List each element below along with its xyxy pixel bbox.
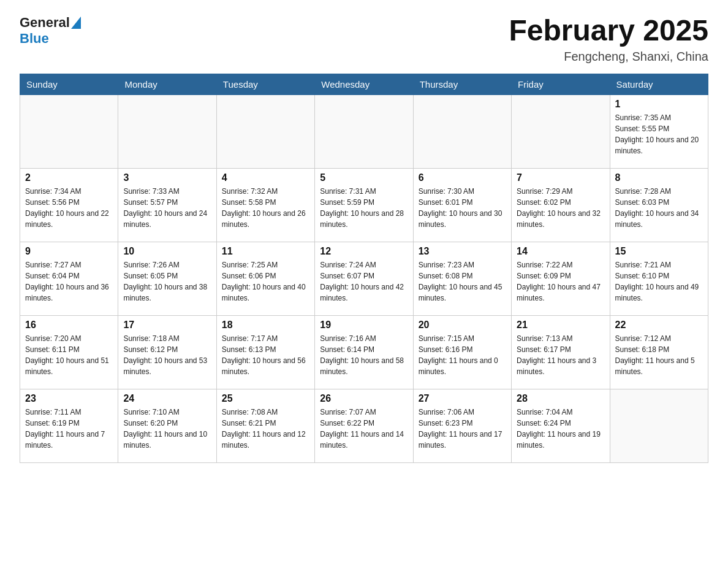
day-info: Sunrise: 7:11 AMSunset: 6:19 PMDaylight:…: [25, 407, 113, 451]
day-number: 6: [419, 172, 506, 183]
week-row-3: 9Sunrise: 7:27 AMSunset: 6:04 PMDaylight…: [20, 242, 708, 315]
day-number: 15: [615, 246, 703, 257]
day-number: 16: [25, 320, 113, 331]
day-info: Sunrise: 7:07 AMSunset: 6:22 PMDaylight:…: [320, 407, 408, 451]
day-number: 24: [123, 393, 211, 404]
day-number: 25: [222, 393, 309, 404]
calendar-cell: 1Sunrise: 7:35 AMSunset: 5:55 PMDaylight…: [610, 94, 708, 168]
calendar-table: SundayMondayTuesdayWednesdayThursdayFrid…: [20, 74, 708, 463]
calendar-cell: 2Sunrise: 7:34 AMSunset: 5:56 PMDaylight…: [20, 168, 118, 242]
day-number: 2: [25, 172, 113, 183]
calendar-header-row: SundayMondayTuesdayWednesdayThursdayFrid…: [20, 74, 708, 94]
day-info: Sunrise: 7:31 AMSunset: 5:59 PMDaylight:…: [320, 186, 408, 230]
calendar-cell: 15Sunrise: 7:21 AMSunset: 6:10 PMDayligh…: [610, 242, 708, 315]
calendar-cell: 14Sunrise: 7:22 AMSunset: 6:09 PMDayligh…: [512, 242, 610, 315]
day-info: Sunrise: 7:17 AMSunset: 6:13 PMDaylight:…: [222, 333, 309, 377]
day-number: 11: [222, 246, 309, 257]
calendar-cell: 20Sunrise: 7:15 AMSunset: 6:16 PMDayligh…: [413, 315, 511, 389]
day-info: Sunrise: 7:10 AMSunset: 6:20 PMDaylight:…: [123, 407, 211, 451]
calendar-cell: 11Sunrise: 7:25 AMSunset: 6:06 PMDayligh…: [216, 242, 314, 315]
calendar-cell: 23Sunrise: 7:11 AMSunset: 6:19 PMDayligh…: [20, 389, 118, 462]
day-info: Sunrise: 7:15 AMSunset: 6:16 PMDaylight:…: [419, 333, 506, 377]
week-row-5: 23Sunrise: 7:11 AMSunset: 6:19 PMDayligh…: [20, 389, 708, 462]
day-number: 13: [419, 246, 506, 257]
day-number: 3: [123, 172, 211, 183]
day-info: Sunrise: 7:32 AMSunset: 5:58 PMDaylight:…: [222, 186, 309, 230]
day-number: 8: [615, 172, 703, 183]
day-number: 22: [615, 320, 703, 331]
week-row-4: 16Sunrise: 7:20 AMSunset: 6:11 PMDayligh…: [20, 315, 708, 389]
weekday-header-wednesday: Wednesday: [315, 74, 413, 94]
calendar-cell: 10Sunrise: 7:26 AMSunset: 6:05 PMDayligh…: [118, 242, 216, 315]
day-info: Sunrise: 7:33 AMSunset: 5:57 PMDaylight:…: [123, 186, 211, 230]
calendar-cell: 4Sunrise: 7:32 AMSunset: 5:58 PMDaylight…: [216, 168, 314, 242]
day-info: Sunrise: 7:28 AMSunset: 6:03 PMDaylight:…: [615, 186, 703, 230]
day-info: Sunrise: 7:29 AMSunset: 6:02 PMDaylight:…: [517, 186, 604, 230]
day-info: Sunrise: 7:26 AMSunset: 6:05 PMDaylight:…: [123, 259, 211, 304]
calendar-cell: 24Sunrise: 7:10 AMSunset: 6:20 PMDayligh…: [118, 389, 216, 462]
calendar-cell: [610, 389, 708, 462]
calendar-cell: 25Sunrise: 7:08 AMSunset: 6:21 PMDayligh…: [216, 389, 314, 462]
calendar-cell: 27Sunrise: 7:06 AMSunset: 6:23 PMDayligh…: [413, 389, 511, 462]
week-row-2: 2Sunrise: 7:34 AMSunset: 5:56 PMDaylight…: [20, 168, 708, 242]
calendar-cell: 5Sunrise: 7:31 AMSunset: 5:59 PMDaylight…: [315, 168, 413, 242]
day-info: Sunrise: 7:24 AMSunset: 6:07 PMDaylight:…: [320, 259, 408, 304]
day-info: Sunrise: 7:30 AMSunset: 6:01 PMDaylight:…: [419, 186, 506, 230]
logo: General Blue: [20, 15, 81, 47]
day-number: 5: [320, 172, 408, 183]
calendar-cell: 3Sunrise: 7:33 AMSunset: 5:57 PMDaylight…: [118, 168, 216, 242]
day-number: 20: [419, 320, 506, 331]
calendar-cell: 13Sunrise: 7:23 AMSunset: 6:08 PMDayligh…: [413, 242, 511, 315]
day-info: Sunrise: 7:34 AMSunset: 5:56 PMDaylight:…: [25, 186, 113, 230]
day-number: 12: [320, 246, 408, 257]
day-info: Sunrise: 7:21 AMSunset: 6:10 PMDaylight:…: [615, 259, 703, 304]
calendar-cell: 17Sunrise: 7:18 AMSunset: 6:12 PMDayligh…: [118, 315, 216, 389]
day-info: Sunrise: 7:23 AMSunset: 6:08 PMDaylight:…: [419, 259, 506, 304]
day-number: 21: [517, 320, 604, 331]
day-number: 7: [517, 172, 604, 183]
day-number: 19: [320, 320, 408, 331]
calendar-cell: 26Sunrise: 7:07 AMSunset: 6:22 PMDayligh…: [315, 389, 413, 462]
day-info: Sunrise: 7:12 AMSunset: 6:18 PMDaylight:…: [615, 333, 703, 377]
day-number: 4: [222, 172, 309, 183]
day-number: 9: [25, 246, 113, 257]
day-number: 23: [25, 393, 113, 404]
weekday-header-monday: Monday: [118, 74, 216, 94]
day-number: 18: [222, 320, 309, 331]
logo-blue-text: Blue: [20, 31, 49, 47]
calendar-cell: 21Sunrise: 7:13 AMSunset: 6:17 PMDayligh…: [512, 315, 610, 389]
weekday-header-saturday: Saturday: [610, 74, 708, 94]
calendar-cell: [315, 94, 413, 168]
day-number: 1: [615, 99, 703, 110]
page-header: General Blue February 2025 Fengcheng, Sh…: [20, 15, 708, 64]
weekday-header-sunday: Sunday: [20, 74, 118, 94]
day-info: Sunrise: 7:22 AMSunset: 6:09 PMDaylight:…: [517, 259, 604, 304]
day-info: Sunrise: 7:18 AMSunset: 6:12 PMDaylight:…: [123, 333, 211, 377]
day-info: Sunrise: 7:16 AMSunset: 6:14 PMDaylight:…: [320, 333, 408, 377]
calendar-cell: 19Sunrise: 7:16 AMSunset: 6:14 PMDayligh…: [315, 315, 413, 389]
calendar-cell: 9Sunrise: 7:27 AMSunset: 6:04 PMDaylight…: [20, 242, 118, 315]
day-info: Sunrise: 7:25 AMSunset: 6:06 PMDaylight:…: [222, 259, 309, 304]
day-number: 10: [123, 246, 211, 257]
weekday-header-friday: Friday: [512, 74, 610, 94]
calendar-cell: 18Sunrise: 7:17 AMSunset: 6:13 PMDayligh…: [216, 315, 314, 389]
calendar-cell: 16Sunrise: 7:20 AMSunset: 6:11 PMDayligh…: [20, 315, 118, 389]
month-title: February 2025: [509, 15, 708, 47]
calendar-cell: [20, 94, 118, 168]
logo-general-text: General: [20, 15, 70, 31]
calendar-cell: [216, 94, 314, 168]
day-info: Sunrise: 7:06 AMSunset: 6:23 PMDaylight:…: [419, 407, 506, 451]
weekday-header-tuesday: Tuesday: [216, 74, 314, 94]
week-row-1: 1Sunrise: 7:35 AMSunset: 5:55 PMDaylight…: [20, 94, 708, 168]
day-info: Sunrise: 7:13 AMSunset: 6:17 PMDaylight:…: [517, 333, 604, 377]
location-title: Fengcheng, Shanxi, China: [509, 50, 708, 64]
day-number: 28: [517, 393, 604, 404]
calendar-cell: 6Sunrise: 7:30 AMSunset: 6:01 PMDaylight…: [413, 168, 511, 242]
day-number: 14: [517, 246, 604, 257]
calendar-cell: 8Sunrise: 7:28 AMSunset: 6:03 PMDaylight…: [610, 168, 708, 242]
day-info: Sunrise: 7:20 AMSunset: 6:11 PMDaylight:…: [25, 333, 113, 377]
day-info: Sunrise: 7:08 AMSunset: 6:21 PMDaylight:…: [222, 407, 309, 451]
calendar-cell: [118, 94, 216, 168]
calendar-cell: 22Sunrise: 7:12 AMSunset: 6:18 PMDayligh…: [610, 315, 708, 389]
calendar-cell: 12Sunrise: 7:24 AMSunset: 6:07 PMDayligh…: [315, 242, 413, 315]
